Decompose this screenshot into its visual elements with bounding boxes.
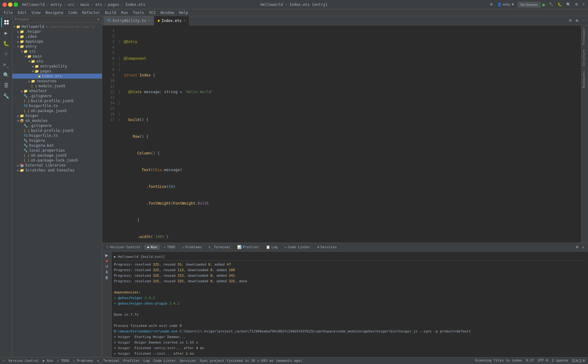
menu-vcs[interactable]: VCS bbox=[146, 10, 158, 15]
tree-item-scratches[interactable]: ▶ 📁 Scratches and Consoles bbox=[12, 168, 102, 173]
tree-item-hvigorfile-root[interactable]: ▶ TS hvigorfile.ts bbox=[12, 133, 102, 138]
tab-settings-icon[interactable]: ⚙ bbox=[568, 18, 573, 23]
tree-item-main[interactable]: ▼ 📁 main bbox=[12, 54, 102, 59]
tree-item-index-ets[interactable]: ▶ ● Index.ets bbox=[12, 74, 102, 79]
tab-close-entryability[interactable]: × bbox=[148, 19, 150, 22]
status-todo[interactable]: ✓ TODO bbox=[57, 359, 69, 363]
tab-more-icon[interactable]: ⋯ bbox=[581, 18, 587, 23]
menu-view[interactable]: View bbox=[29, 10, 43, 15]
status-log[interactable]: Log bbox=[143, 359, 150, 363]
sidebar-icon-database[interactable]: 🗄 bbox=[1, 80, 11, 90]
status-encoding[interactable]: UTF-8 bbox=[538, 358, 548, 363]
status-version-control[interactable]: Version Control bbox=[8, 359, 39, 363]
tree-item-hvigorw-bat[interactable]: ▶ 🔧 hvigorw.bat bbox=[12, 143, 102, 148]
tree-item-pages[interactable]: ▼ 📁 pages bbox=[12, 69, 102, 74]
sidebar-icon-run[interactable]: ▶ bbox=[1, 28, 11, 38]
tab-profiler[interactable]: 📊Profiler bbox=[234, 245, 262, 250]
tab-problems[interactable]: ⚠Problems bbox=[179, 245, 205, 250]
no-devices-button[interactable]: No Devices bbox=[518, 2, 541, 7]
status-terminal[interactable]: >_ Terminal bbox=[97, 359, 120, 363]
sidebar-icon-tools[interactable]: 🔧 bbox=[1, 91, 11, 101]
menu-code[interactable]: Code bbox=[66, 10, 80, 15]
run-clear-btn[interactable]: 🗑 bbox=[104, 275, 109, 280]
status-indent[interactable]: 2 spaces bbox=[552, 358, 568, 363]
menu-refactor[interactable]: Refactor bbox=[80, 10, 102, 15]
menu-window[interactable]: Window bbox=[158, 10, 176, 15]
run-restart-btn[interactable]: ↺ bbox=[105, 264, 109, 269]
structure-tab[interactable]: Structure bbox=[581, 47, 588, 69]
tab-index-ets[interactable]: ● Index.ets × bbox=[154, 16, 189, 25]
menu-file[interactable]: File bbox=[1, 10, 15, 15]
tree-item-appscope[interactable]: ▶ 📁 AppScope bbox=[12, 39, 102, 44]
build-icon[interactable]: 🔨 bbox=[548, 2, 555, 7]
previewer-tab[interactable]: Previewer bbox=[581, 25, 588, 47]
tree-item-oh-package-entry[interactable]: ▶ { } oh-package.json5 bbox=[12, 108, 102, 113]
minimize-button[interactable] bbox=[8, 2, 12, 7]
run-panel-settings-icon[interactable]: ⚙ bbox=[574, 245, 580, 250]
search-icon[interactable]: 🔍 bbox=[565, 2, 572, 7]
tab-todo[interactable]: ✓TODO bbox=[161, 245, 178, 250]
code-lines[interactable]: @Entry @Component struct Index { @State … bbox=[121, 25, 581, 243]
sidebar-icon-terminal[interactable]: >_ bbox=[1, 59, 11, 69]
menu-navigate[interactable]: Navigate bbox=[43, 10, 66, 15]
tree-item-gitignore-entry[interactable]: ▶ 🔧 .gitignore bbox=[12, 93, 102, 98]
tree-item-hvigorfile-ts[interactable]: ▶ TS hvigorfile.ts bbox=[12, 103, 102, 108]
tab-close-index[interactable]: × bbox=[184, 19, 185, 22]
status-services[interactable]: Services bbox=[180, 359, 196, 363]
tree-item-hvigor-root[interactable]: ▶ 📁 hvigor bbox=[12, 113, 102, 118]
run-panel-close-icon[interactable]: × bbox=[581, 245, 586, 250]
menu-edit[interactable]: Edit bbox=[15, 10, 29, 15]
tree-item-helloworld[interactable]: ▼ 📁 Helloworld D:\devarktszone\Helloworl… bbox=[12, 24, 102, 29]
maximize-button[interactable] bbox=[14, 2, 18, 7]
tab-code-linter[interactable]: ✏Code Linter bbox=[281, 245, 313, 250]
bookmarks-tab[interactable]: Bookmarks bbox=[581, 69, 588, 90]
profile-icon[interactable]: 👤 entry ▼ bbox=[496, 2, 516, 7]
status-problems[interactable]: ⚠ Problems bbox=[73, 359, 93, 363]
menu-run[interactable]: Run bbox=[119, 10, 130, 15]
tab-terminal[interactable]: >_Terminal bbox=[206, 245, 233, 250]
settings2-icon[interactable]: ⚙ bbox=[574, 2, 579, 7]
help-icon[interactable]: ? bbox=[581, 2, 586, 7]
tab-version-control[interactable]: ⑂Version Control bbox=[103, 245, 144, 250]
status-vc-icon[interactable]: ⑂ bbox=[2, 359, 5, 363]
debug-icon[interactable]: 🐛 bbox=[556, 2, 563, 7]
tree-item-ohostest[interactable]: ▶ 📁 ohosTest bbox=[12, 89, 102, 93]
sidebar-icon-project[interactable] bbox=[1, 17, 11, 27]
tree-item-resources[interactable]: ▶ 📁 resources bbox=[12, 79, 102, 84]
tab-run[interactable]: ▶Run bbox=[144, 245, 160, 250]
menu-tools[interactable]: Tools bbox=[130, 10, 146, 15]
run-button[interactable]: ▶ bbox=[542, 2, 546, 7]
status-code-linter[interactable]: Code Linter bbox=[153, 359, 176, 363]
tree-item-oh-package-root[interactable]: ▶ { } oh-package.json5 bbox=[12, 153, 102, 158]
run-stop-btn[interactable]: ■ bbox=[105, 258, 108, 263]
tree-item-external-libs[interactable]: ▶ 📚 External Libraries bbox=[12, 163, 102, 168]
tree-item-gitignore-root[interactable]: ▶ 🔧 .gitignore bbox=[12, 123, 102, 128]
sidebar-icon-search[interactable]: 🔍 bbox=[1, 70, 11, 80]
sidebar-icon-debug[interactable]: 🐛 bbox=[1, 38, 11, 48]
run-play-btn[interactable]: ▶ bbox=[105, 253, 109, 258]
settings-icon[interactable]: ⚙ bbox=[489, 2, 494, 7]
tree-item-build-profile[interactable]: ▶ { } build-profile.json5 bbox=[12, 98, 102, 103]
tree-item-src[interactable]: ▼ 📁 src bbox=[12, 49, 102, 54]
close-button[interactable] bbox=[2, 2, 7, 7]
tab-log[interactable]: 📋Log bbox=[263, 245, 281, 250]
tree-item-ets[interactable]: ▼ 📁 ets bbox=[12, 59, 102, 64]
tree-item-hvigorw[interactable]: ▶ 🔧 hvigorw bbox=[12, 138, 102, 143]
menu-build[interactable]: Build bbox=[102, 10, 119, 15]
tab-entryability-ts[interactable]: TS EntryAbility.ts × bbox=[103, 16, 154, 25]
tree-item-hvigor[interactable]: ▶ 📁 .hvigor bbox=[12, 29, 102, 34]
menu-help[interactable]: Help bbox=[176, 10, 190, 15]
sidebar-icon-git[interactable]: ⑂ bbox=[1, 49, 11, 59]
tree-item-module-json[interactable]: ▶ { } module.json5 bbox=[12, 84, 102, 89]
tab-split-icon[interactable]: ⊞ bbox=[574, 18, 580, 23]
tree-item-entryability[interactable]: ▶ 📁 entryability bbox=[12, 64, 102, 69]
code-editor[interactable]: 1 2 3 4 5 6 7 8 9 10 11 12 13 14 bbox=[102, 25, 581, 243]
tree-item-build-profile-root[interactable]: ▶ { } build-profile.json5 bbox=[12, 128, 102, 133]
status-run[interactable]: ▶ Run bbox=[43, 359, 53, 363]
tree-item-entry[interactable]: ▼ 📁 entry bbox=[12, 44, 102, 49]
run-scroll-end-btn[interactable]: ⬇ bbox=[105, 270, 109, 275]
tree-item-oh-modules[interactable]: ▼ 📦 oh_modules bbox=[12, 118, 102, 123]
tab-services[interactable]: ⚙Services bbox=[314, 245, 340, 250]
tree-item-local-properties[interactable]: ▶ 🔧 local.properties bbox=[12, 148, 102, 153]
tree-item-oh-package-lock[interactable]: ▶ { } oh-package-lock.json5 bbox=[12, 158, 102, 163]
